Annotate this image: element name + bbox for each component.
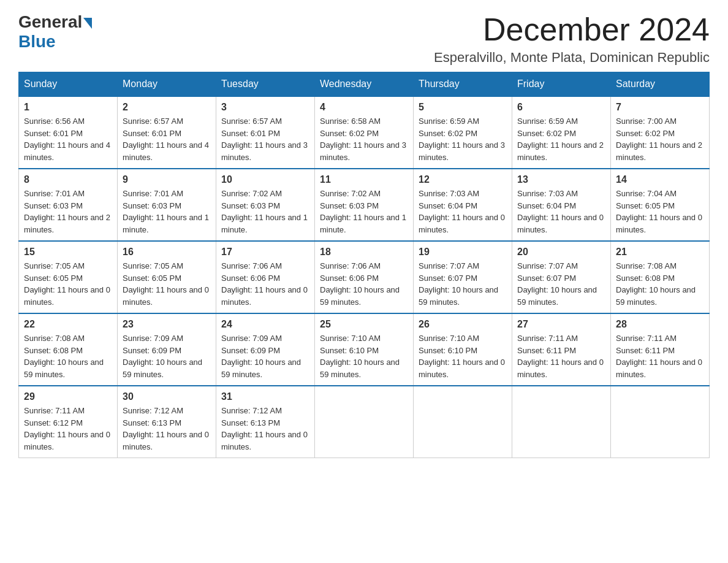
calendar-table: SundayMondayTuesdayWednesdayThursdayFrid…	[18, 72, 710, 458]
day-info: Sunrise: 6:59 AMSunset: 6:02 PMDaylight:…	[419, 115, 507, 163]
day-info: Sunrise: 7:11 AMSunset: 6:12 PMDaylight:…	[24, 405, 112, 453]
day-info: Sunrise: 7:02 AMSunset: 6:03 PMDaylight:…	[320, 188, 408, 236]
day-info: Sunrise: 7:10 AMSunset: 6:10 PMDaylight:…	[419, 332, 507, 380]
day-number: 27	[517, 319, 605, 330]
day-info: Sunrise: 6:59 AMSunset: 6:02 PMDaylight:…	[517, 115, 605, 163]
day-info: Sunrise: 7:06 AMSunset: 6:06 PMDaylight:…	[221, 260, 309, 308]
calendar-header-row: SundayMondayTuesdayWednesdayThursdayFrid…	[19, 72, 710, 97]
day-number: 23	[123, 319, 211, 330]
calendar-cell: 29 Sunrise: 7:11 AMSunset: 6:12 PMDaylig…	[19, 386, 118, 458]
calendar-week-row: 15 Sunrise: 7:05 AMSunset: 6:05 PMDaylig…	[19, 241, 710, 313]
day-info: Sunrise: 7:09 AMSunset: 6:09 PMDaylight:…	[221, 332, 309, 380]
calendar-cell: 7 Sunrise: 7:00 AMSunset: 6:02 PMDayligh…	[611, 96, 710, 169]
day-info: Sunrise: 7:02 AMSunset: 6:03 PMDaylight:…	[221, 188, 309, 236]
calendar-cell: 28 Sunrise: 7:11 AMSunset: 6:11 PMDaylig…	[611, 313, 710, 386]
day-info: Sunrise: 6:57 AMSunset: 6:01 PMDaylight:…	[221, 115, 309, 163]
calendar-cell: 16 Sunrise: 7:05 AMSunset: 6:05 PMDaylig…	[118, 241, 216, 313]
location-title: Esperalvillo, Monte Plata, Dominican Rep…	[434, 50, 710, 66]
calendar-cell: 9 Sunrise: 7:01 AMSunset: 6:03 PMDayligh…	[118, 169, 216, 241]
calendar-cell: 8 Sunrise: 7:01 AMSunset: 6:03 PMDayligh…	[19, 169, 118, 241]
day-number: 18	[320, 247, 408, 258]
day-info: Sunrise: 7:03 AMSunset: 6:04 PMDaylight:…	[419, 188, 507, 236]
day-info: Sunrise: 6:58 AMSunset: 6:02 PMDaylight:…	[320, 115, 408, 163]
day-info: Sunrise: 7:08 AMSunset: 6:08 PMDaylight:…	[24, 332, 112, 380]
calendar-header-monday: Monday	[118, 72, 216, 97]
calendar-cell: 15 Sunrise: 7:05 AMSunset: 6:05 PMDaylig…	[19, 241, 118, 313]
logo-blue-text: Blue	[18, 32, 56, 51]
day-info: Sunrise: 7:09 AMSunset: 6:09 PMDaylight:…	[123, 332, 211, 380]
calendar-cell: 21 Sunrise: 7:08 AMSunset: 6:08 PMDaylig…	[611, 241, 710, 313]
day-info: Sunrise: 6:57 AMSunset: 6:01 PMDaylight:…	[123, 115, 211, 163]
calendar-cell: 18 Sunrise: 7:06 AMSunset: 6:06 PMDaylig…	[315, 241, 414, 313]
day-number: 24	[221, 319, 309, 330]
day-number: 14	[616, 174, 704, 185]
logo-general-text: General	[18, 12, 82, 32]
calendar-cell: 30 Sunrise: 7:12 AMSunset: 6:13 PMDaylig…	[118, 386, 216, 458]
day-info: Sunrise: 7:01 AMSunset: 6:03 PMDaylight:…	[123, 188, 211, 236]
calendar-cell: 17 Sunrise: 7:06 AMSunset: 6:06 PMDaylig…	[216, 241, 315, 313]
day-info: Sunrise: 7:12 AMSunset: 6:13 PMDaylight:…	[221, 405, 309, 453]
calendar-cell: 12 Sunrise: 7:03 AMSunset: 6:04 PMDaylig…	[414, 169, 512, 241]
month-title: December 2024	[434, 12, 710, 47]
day-info: Sunrise: 7:10 AMSunset: 6:10 PMDaylight:…	[320, 332, 408, 380]
logo-arrow-icon	[83, 18, 92, 29]
day-number: 12	[419, 174, 507, 185]
calendar-cell: 10 Sunrise: 7:02 AMSunset: 6:03 PMDaylig…	[216, 169, 315, 241]
calendar-cell: 5 Sunrise: 6:59 AMSunset: 6:02 PMDayligh…	[414, 96, 512, 169]
day-number: 30	[123, 391, 211, 402]
day-info: Sunrise: 7:01 AMSunset: 6:03 PMDaylight:…	[24, 188, 112, 236]
day-info: Sunrise: 7:08 AMSunset: 6:08 PMDaylight:…	[616, 260, 704, 308]
calendar-cell: 24 Sunrise: 7:09 AMSunset: 6:09 PMDaylig…	[216, 313, 315, 386]
calendar-header-wednesday: Wednesday	[315, 72, 414, 97]
day-info: Sunrise: 7:11 AMSunset: 6:11 PMDaylight:…	[616, 332, 704, 380]
day-info: Sunrise: 7:11 AMSunset: 6:11 PMDaylight:…	[517, 332, 605, 380]
calendar-cell: 31 Sunrise: 7:12 AMSunset: 6:13 PMDaylig…	[216, 386, 315, 458]
day-number: 4	[320, 102, 408, 113]
calendar-cell	[611, 386, 710, 458]
logo: General Blue	[18, 12, 92, 52]
day-number: 8	[24, 174, 112, 185]
calendar-week-row: 1 Sunrise: 6:56 AMSunset: 6:01 PMDayligh…	[19, 96, 710, 169]
calendar-cell: 14 Sunrise: 7:04 AMSunset: 6:05 PMDaylig…	[611, 169, 710, 241]
calendar-cell: 26 Sunrise: 7:10 AMSunset: 6:10 PMDaylig…	[414, 313, 512, 386]
calendar-cell: 22 Sunrise: 7:08 AMSunset: 6:08 PMDaylig…	[19, 313, 118, 386]
day-number: 5	[419, 102, 507, 113]
day-number: 25	[320, 319, 408, 330]
calendar-cell: 23 Sunrise: 7:09 AMSunset: 6:09 PMDaylig…	[118, 313, 216, 386]
calendar-cell: 19 Sunrise: 7:07 AMSunset: 6:07 PMDaylig…	[414, 241, 512, 313]
calendar-header-saturday: Saturday	[611, 72, 710, 97]
day-number: 31	[221, 391, 309, 402]
day-info: Sunrise: 7:05 AMSunset: 6:05 PMDaylight:…	[24, 260, 112, 308]
calendar-cell: 25 Sunrise: 7:10 AMSunset: 6:10 PMDaylig…	[315, 313, 414, 386]
calendar-header-tuesday: Tuesday	[216, 72, 315, 97]
day-info: Sunrise: 7:03 AMSunset: 6:04 PMDaylight:…	[517, 188, 605, 236]
calendar-week-row: 29 Sunrise: 7:11 AMSunset: 6:12 PMDaylig…	[19, 386, 710, 458]
day-number: 29	[24, 391, 112, 402]
calendar-header-friday: Friday	[512, 72, 611, 97]
day-info: Sunrise: 7:07 AMSunset: 6:07 PMDaylight:…	[517, 260, 605, 308]
calendar-header-sunday: Sunday	[19, 72, 118, 97]
day-number: 20	[517, 247, 605, 258]
calendar-cell	[512, 386, 611, 458]
day-number: 11	[320, 174, 408, 185]
calendar-cell: 6 Sunrise: 6:59 AMSunset: 6:02 PMDayligh…	[512, 96, 611, 169]
calendar-header-thursday: Thursday	[414, 72, 512, 97]
day-info: Sunrise: 7:00 AMSunset: 6:02 PMDaylight:…	[616, 115, 704, 163]
calendar-cell: 27 Sunrise: 7:11 AMSunset: 6:11 PMDaylig…	[512, 313, 611, 386]
day-info: Sunrise: 7:06 AMSunset: 6:06 PMDaylight:…	[320, 260, 408, 308]
day-info: Sunrise: 7:12 AMSunset: 6:13 PMDaylight:…	[123, 405, 211, 453]
calendar-cell: 1 Sunrise: 6:56 AMSunset: 6:01 PMDayligh…	[19, 96, 118, 169]
calendar-cell	[414, 386, 512, 458]
day-info: Sunrise: 7:07 AMSunset: 6:07 PMDaylight:…	[419, 260, 507, 308]
calendar-cell: 20 Sunrise: 7:07 AMSunset: 6:07 PMDaylig…	[512, 241, 611, 313]
calendar-week-row: 22 Sunrise: 7:08 AMSunset: 6:08 PMDaylig…	[19, 313, 710, 386]
day-number: 1	[24, 102, 112, 113]
calendar-cell: 13 Sunrise: 7:03 AMSunset: 6:04 PMDaylig…	[512, 169, 611, 241]
day-number: 2	[123, 102, 211, 113]
day-number: 28	[616, 319, 704, 330]
day-info: Sunrise: 6:56 AMSunset: 6:01 PMDaylight:…	[24, 115, 112, 163]
calendar-cell: 2 Sunrise: 6:57 AMSunset: 6:01 PMDayligh…	[118, 96, 216, 169]
calendar-week-row: 8 Sunrise: 7:01 AMSunset: 6:03 PMDayligh…	[19, 169, 710, 241]
day-number: 17	[221, 247, 309, 258]
day-number: 26	[419, 319, 507, 330]
